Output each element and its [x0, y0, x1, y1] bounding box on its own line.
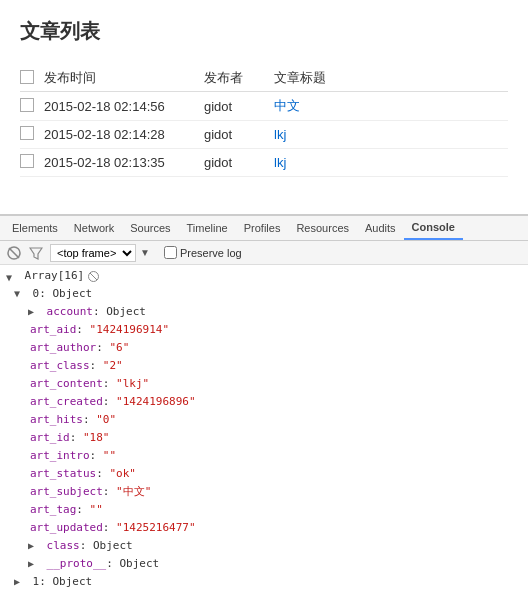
filter-button[interactable] — [28, 245, 44, 261]
prop-art_created-val: "1424196896" — [116, 394, 195, 410]
tab-sources[interactable]: Sources — [122, 216, 178, 240]
preserve-log-toggle[interactable]: Preserve log — [164, 246, 242, 259]
row-title-3[interactable]: lkj — [274, 155, 508, 170]
row-check-2[interactable] — [20, 126, 44, 143]
prop-art_author-val: "6" — [109, 340, 129, 356]
frame-selector[interactable]: <top frame> ▼ — [50, 244, 150, 262]
row-checkbox-3[interactable] — [20, 154, 34, 168]
svg-marker-2 — [30, 248, 42, 259]
prop-class-val: Object — [93, 538, 133, 554]
prop-class: class: Object — [0, 537, 528, 555]
table-row: 2015-02-18 02:14:28 gidot lkj — [20, 121, 508, 149]
row-checkbox-1[interactable] — [20, 98, 34, 112]
row-checkbox-2[interactable] — [20, 126, 34, 140]
article-link-2[interactable]: lkj — [274, 127, 286, 142]
prop-art_updated-key: art_updated — [30, 520, 103, 536]
console-output: Array[16] 0: Object account: Object art_… — [0, 265, 528, 589]
prop-art_id: art_id: "18" — [0, 429, 528, 447]
row-author-2: gidot — [204, 127, 274, 142]
article-link-3[interactable]: lkj — [274, 155, 286, 170]
preserve-log-label: Preserve log — [180, 247, 242, 259]
prop-art_updated-val: "1425216477" — [116, 520, 195, 536]
prop-art_intro-val: "" — [103, 448, 116, 464]
obj-0-line: 0: Object — [0, 285, 528, 303]
page-area: 文章列表 发布时间 发布者 文章标题 2015-02-18 02:14:56 g… — [0, 0, 528, 215]
array-root-label: Array[16] — [18, 268, 84, 284]
array-root-line: Array[16] — [0, 267, 528, 285]
prop-art_hits-key: art_hits — [30, 412, 83, 428]
page-title: 文章列表 — [20, 10, 508, 53]
tab-profiles[interactable]: Profiles — [236, 216, 289, 240]
prop-art_class-val: "2" — [103, 358, 123, 374]
prop-art_content-key: art_content — [30, 376, 103, 392]
prop-art_hits: art_hits: "0" — [0, 411, 528, 429]
row-author-3: gidot — [204, 155, 274, 170]
row-check-3[interactable] — [20, 154, 44, 171]
prop-art_subject: art_subject: "中文" — [0, 483, 528, 501]
prop-account-val: Object — [106, 304, 146, 320]
frame-select-dropdown[interactable]: <top frame> — [50, 244, 136, 262]
prop-art_status-key: art_status — [30, 466, 96, 482]
row-title-1[interactable]: 中文 — [274, 97, 508, 115]
prop-art_tag-val: "" — [90, 502, 103, 518]
prop-account-key: account — [40, 304, 93, 320]
prop-art_aid-key: art_aid — [30, 322, 76, 338]
obj-1-triangle[interactable] — [14, 574, 26, 586]
obj-0-label: 0: Object — [26, 286, 92, 302]
row-date-2: 2015-02-18 02:14:28 — [44, 127, 204, 142]
tab-network[interactable]: Network — [66, 216, 122, 240]
prop-art_status-val: "ok" — [109, 466, 136, 482]
row-author-1: gidot — [204, 99, 274, 114]
prop-proto-triangle[interactable] — [28, 556, 40, 568]
prop-art_aid: art_aid: "1424196914" — [0, 321, 528, 339]
article-link-1[interactable]: 中文 — [274, 98, 300, 113]
preserve-log-checkbox[interactable] — [164, 246, 177, 259]
row-title-2[interactable]: lkj — [274, 127, 508, 142]
prop-account-triangle[interactable] — [28, 304, 40, 316]
header-date: 发布时间 — [44, 69, 204, 87]
prop-art_aid-val: "1424196914" — [90, 322, 169, 338]
prop-art_class: art_class: "2" — [0, 357, 528, 375]
prop-art_content-val: "lkj" — [116, 376, 149, 392]
tab-console[interactable]: Console — [404, 216, 463, 240]
prop-art_content: art_content: "lkj" — [0, 375, 528, 393]
prop-art_subject-val: "中文" — [116, 484, 151, 500]
clear-console-button[interactable] — [6, 245, 22, 261]
obj-0-triangle[interactable] — [14, 286, 26, 298]
tab-elements[interactable]: Elements — [4, 216, 66, 240]
obj-1-label: 1: Object — [26, 574, 92, 589]
tab-audits[interactable]: Audits — [357, 216, 404, 240]
obj-1-line: 1: Object — [0, 573, 528, 589]
prop-art_author: art_author: "6" — [0, 339, 528, 357]
table-row: 2015-02-18 02:14:56 gidot 中文 — [20, 92, 508, 121]
header-title: 文章标题 — [274, 69, 508, 87]
prop-art_hits-val: "0" — [96, 412, 116, 428]
prop-art_created-key: art_created — [30, 394, 103, 410]
prop-art_intro: art_intro: "" — [0, 447, 528, 465]
header-check — [20, 70, 44, 87]
prop-art_tag-key: art_tag — [30, 502, 76, 518]
select-all-checkbox[interactable] — [20, 70, 34, 84]
array-expand-triangle[interactable] — [6, 270, 18, 282]
prop-proto-key: __proto__ — [40, 556, 106, 572]
prop-art_subject-key: art_subject — [30, 484, 103, 500]
row-date-1: 2015-02-18 02:14:56 — [44, 99, 204, 114]
tab-resources[interactable]: Resources — [288, 216, 357, 240]
prop-art_id-key: art_id — [30, 430, 70, 446]
tab-timeline[interactable]: Timeline — [179, 216, 236, 240]
devtools-tabs-bar: Elements Network Sources Timeline Profil… — [0, 215, 528, 241]
table-header: 发布时间 发布者 文章标题 — [20, 65, 508, 92]
header-author: 发布者 — [204, 69, 274, 87]
prop-art_author-key: art_author — [30, 340, 96, 356]
prop-proto-val: Object — [119, 556, 159, 572]
prop-class-key: class — [40, 538, 80, 554]
prop-art_id-val: "18" — [83, 430, 110, 446]
article-table: 发布时间 发布者 文章标题 2015-02-18 02:14:56 gidot … — [20, 65, 508, 177]
prop-class-triangle[interactable] — [28, 538, 40, 550]
prop-account: account: Object — [0, 303, 528, 321]
array-clear-icon[interactable] — [88, 271, 99, 282]
prop-art_status: art_status: "ok" — [0, 465, 528, 483]
prop-art_intro-key: art_intro — [30, 448, 90, 464]
row-check-1[interactable] — [20, 98, 44, 115]
prop-art_tag: art_tag: "" — [0, 501, 528, 519]
